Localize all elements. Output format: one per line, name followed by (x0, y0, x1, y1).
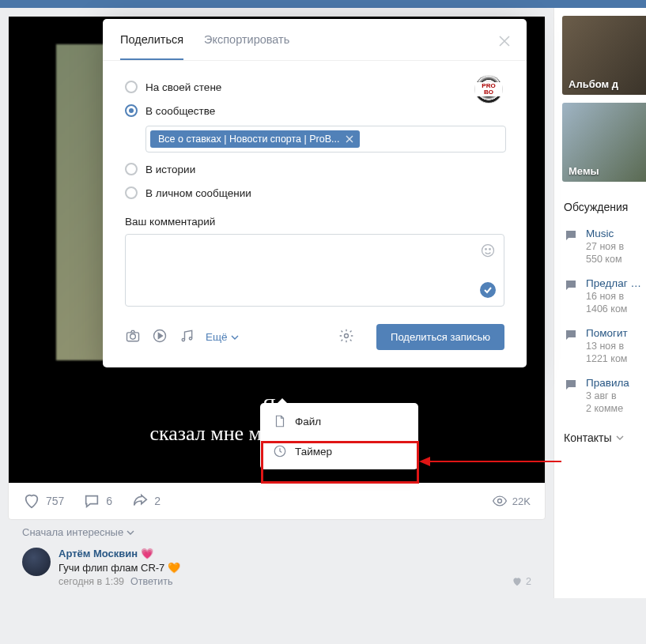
attach-more-dropdown: Файл Таймер (260, 403, 418, 469)
signed-check[interactable] (480, 282, 496, 298)
radio-dm[interactable]: В личном сообщении (125, 181, 504, 205)
attach-photo[interactable] (125, 328, 141, 346)
heart-icon: 💗 (141, 548, 153, 559)
close-button[interactable] (493, 30, 516, 52)
music-icon (179, 328, 195, 344)
discussions-heading[interactable]: Обсуждения (554, 190, 646, 221)
token-remove[interactable] (344, 134, 355, 145)
selected-community-token: Все о ставках | Новости спорта | ProB... (150, 130, 360, 148)
topbar (0, 0, 646, 8)
tab-export[interactable]: Экспортировать (204, 19, 289, 60)
chat-icon (564, 378, 578, 392)
contacts-heading[interactable]: Контакты (554, 420, 646, 452)
svg-point-8 (189, 337, 191, 340)
community-avatar: PRO BO (474, 75, 503, 104)
tab-share[interactable]: Поделиться (120, 19, 183, 60)
attach-more[interactable]: Ещё (206, 331, 239, 343)
chevron-down-icon (127, 529, 134, 537)
chevron-down-icon (616, 434, 624, 442)
discussion-item[interactable]: Помогит 13 ноя в 1221 ком (554, 321, 646, 371)
file-icon (273, 414, 287, 428)
attach-video[interactable] (152, 328, 168, 346)
emoji-button[interactable] (480, 243, 496, 261)
chevron-down-icon (231, 333, 239, 341)
svg-point-0 (497, 499, 501, 503)
like-button[interactable]: 757 (23, 492, 64, 510)
comment-like[interactable]: 2 (512, 576, 531, 587)
comment-text: Гучи флип флам CR-7 🧡 (59, 562, 531, 574)
view-count: 22K (492, 493, 531, 509)
share-modal: Поделиться Экспортировать PRO BO На свое… (103, 19, 527, 367)
comment-textarea[interactable] (125, 234, 504, 307)
comment-item: Артём Москвин 💗 Гучи флип флам CR-7 🧡 се… (8, 548, 546, 598)
dropdown-file[interactable]: Файл (260, 406, 418, 436)
album-thumb[interactable]: Мемы (562, 103, 646, 182)
share-submit-button[interactable]: Поделиться записью (376, 324, 504, 350)
settings-button[interactable] (338, 328, 354, 346)
radio-wall[interactable]: На своей стене (125, 75, 504, 99)
comment-time: сегодня в 1:39 (59, 576, 124, 587)
smiley-icon (480, 243, 496, 258)
reply-link[interactable]: Ответить (130, 576, 172, 587)
svg-point-5 (130, 334, 136, 340)
clock-icon (273, 444, 287, 458)
chat-icon (564, 278, 578, 292)
check-icon (483, 285, 493, 295)
close-icon (498, 35, 511, 47)
svg-point-1 (482, 245, 494, 257)
chat-icon (564, 328, 578, 342)
comment-label: Ваш комментарий (125, 216, 504, 228)
svg-point-3 (489, 249, 491, 250)
dropdown-timer[interactable]: Таймер (260, 436, 418, 466)
discussion-item[interactable]: Music 27 ноя в 550 ком (554, 221, 646, 271)
video-icon (152, 328, 168, 344)
chat-icon (564, 228, 578, 243)
svg-point-2 (485, 249, 487, 250)
gear-icon (338, 328, 354, 344)
radio-community[interactable]: В сообществе (125, 99, 504, 122)
comment-sort[interactable]: Сначала интересные (8, 520, 546, 548)
discussion-item[interactable]: Правила 3 авг в 2 комме (554, 371, 646, 420)
album-thumb[interactable]: Альбом д (562, 16, 646, 95)
camera-icon (125, 328, 141, 344)
attach-audio[interactable] (179, 328, 195, 346)
sidebar: Альбом д Мемы Обсуждения Music 27 ноя в … (553, 8, 646, 598)
share-button[interactable]: 2 (131, 492, 161, 510)
community-select[interactable]: Все о ставках | Новости спорта | ProB... (145, 126, 506, 153)
svg-point-7 (182, 338, 184, 341)
avatar[interactable] (22, 548, 51, 576)
svg-point-9 (345, 334, 349, 338)
comment-button[interactable]: 6 (83, 492, 112, 510)
discussion-item[interactable]: Предлаг публика 16 ноя в 1406 ком (554, 271, 646, 321)
comment-author[interactable]: Артём Москвин 💗 (59, 548, 153, 559)
radio-story[interactable]: В истории (125, 157, 504, 181)
